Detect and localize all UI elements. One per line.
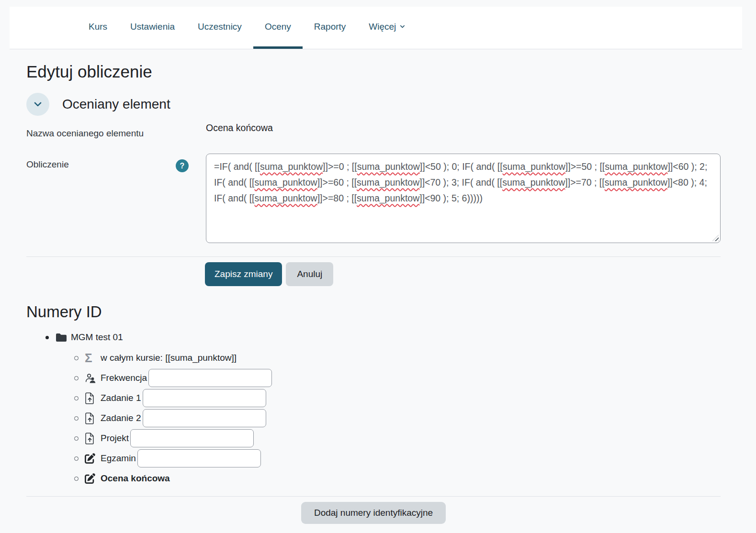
misspelled-token: suma_punktow — [357, 177, 419, 188]
graded-item-section-header: Oceniany element — [26, 93, 721, 116]
collapse-section-button[interactable] — [26, 93, 49, 116]
calculation-textarea[interactable]: =IF( and( [[suma_punktow]]>=0 ; [[suma_p… — [206, 154, 721, 243]
id-number-input[interactable] — [148, 369, 272, 387]
misspelled-token: suma_punktow — [260, 161, 323, 172]
id-numbers-heading: Numery ID — [26, 303, 721, 321]
attendance-icon — [85, 373, 101, 384]
tab-raporty[interactable]: Raporty — [303, 7, 358, 49]
main-content: Edytuj obliczenie Oceniany element Nazwa… — [26, 62, 721, 524]
edit-icon — [85, 473, 101, 484]
sigma-icon: Σ — [85, 352, 101, 364]
chevron-down-icon — [33, 99, 43, 110]
edit-icon — [85, 453, 101, 464]
section-heading: Oceniany element — [62, 97, 170, 112]
help-icon[interactable]: ? — [176, 159, 189, 172]
tab-ustawienia[interactable]: Ustawienia — [119, 7, 186, 49]
id-number-input[interactable] — [143, 409, 266, 427]
tab-oceny[interactable]: Oceny — [253, 7, 303, 49]
misspelled-token: suma_punktow — [255, 177, 317, 188]
id-number-item-label: Ocena końcowa — [101, 473, 170, 484]
course-navbar: KursUstawieniaUczestnicyOcenyRaportyWięc… — [10, 7, 742, 49]
assignment-icon — [85, 412, 101, 424]
id-number-item-label: w całym kursie: [[suma_punktow]] — [101, 353, 237, 363]
misspelled-token: suma_punktow — [357, 193, 419, 203]
page-title: Edytuj obliczenie — [26, 62, 721, 81]
id-number-input[interactable] — [130, 429, 254, 447]
item-name-row: Nazwa ocenianego elementu Ocena końcowa — [26, 122, 721, 139]
misspelled-token: suma_punktow — [357, 161, 420, 172]
course-tabs: KursUstawieniaUczestnicyOcenyRaportyWięc… — [77, 7, 417, 49]
course-tree-item: MGM test 01 Σw całym kursie: [[suma_punk… — [45, 329, 721, 489]
form-actions: Zapisz zmiany Anuluj — [26, 262, 721, 286]
id-number-input[interactable] — [143, 389, 266, 407]
misspelled-token: suma_punktow — [503, 161, 565, 172]
id-number-item: Egzamin — [74, 448, 721, 468]
divider — [26, 256, 721, 257]
calculation-row: Obliczenie ? =IF( and( [[suma_punktow]]>… — [26, 154, 721, 243]
folder-icon — [55, 333, 71, 343]
misspelled-token: suma_punktow — [605, 177, 667, 188]
id-number-item: Σw całym kursie: [[suma_punktow]] — [74, 348, 721, 368]
id-number-item: Zadanie 1 — [74, 388, 721, 408]
tab-wiecej[interactable]: Więcej — [357, 7, 417, 49]
assignment-icon — [85, 392, 101, 404]
id-number-item-label: Projekt — [101, 433, 129, 444]
id-number-input[interactable] — [137, 449, 261, 467]
assignment-icon — [85, 433, 101, 444]
id-numbers-tree: MGM test 01 Σw całym kursie: [[suma_punk… — [26, 329, 721, 489]
chevron-down-icon — [399, 23, 406, 30]
misspelled-token: suma_punktow — [605, 161, 667, 172]
add-id-numbers-row: Dodaj numery identyfikacyjne — [26, 502, 721, 524]
item-name-value: Ocena końcowa — [206, 122, 721, 133]
id-number-item-label: Egzamin — [101, 453, 136, 464]
tab-kurs[interactable]: Kurs — [77, 7, 119, 49]
calculation-label-group: Obliczenie ? — [26, 154, 206, 172]
add-id-numbers-button[interactable]: Dodaj numery identyfikacyjne — [301, 502, 446, 524]
save-button[interactable]: Zapisz zmiany — [205, 262, 282, 286]
id-number-item: Frekwencja — [74, 368, 721, 388]
course-label: MGM test 01 — [71, 332, 123, 343]
divider — [26, 496, 721, 497]
grade-items-list: Σw całym kursie: [[suma_punktow]]Frekwen… — [45, 348, 721, 489]
cancel-button[interactable]: Anuluj — [286, 262, 333, 286]
id-number-item: Zadanie 2 — [74, 408, 721, 428]
id-number-item: Ocena końcowa — [74, 468, 721, 489]
misspelled-token: suma_punktow — [502, 177, 565, 188]
item-name-label: Nazwa ocenianego elementu — [26, 122, 206, 139]
id-number-item-label: Zadanie 1 — [101, 393, 141, 403]
id-number-item: Projekt — [74, 428, 721, 448]
calculation-label: Obliczenie — [26, 159, 69, 170]
id-number-item-label: Zadanie 2 — [101, 413, 141, 423]
id-number-item-label: Frekwencja — [101, 373, 147, 383]
misspelled-token: suma_punktow — [255, 193, 317, 203]
tab-uczestnicy[interactable]: Uczestnicy — [186, 7, 253, 49]
